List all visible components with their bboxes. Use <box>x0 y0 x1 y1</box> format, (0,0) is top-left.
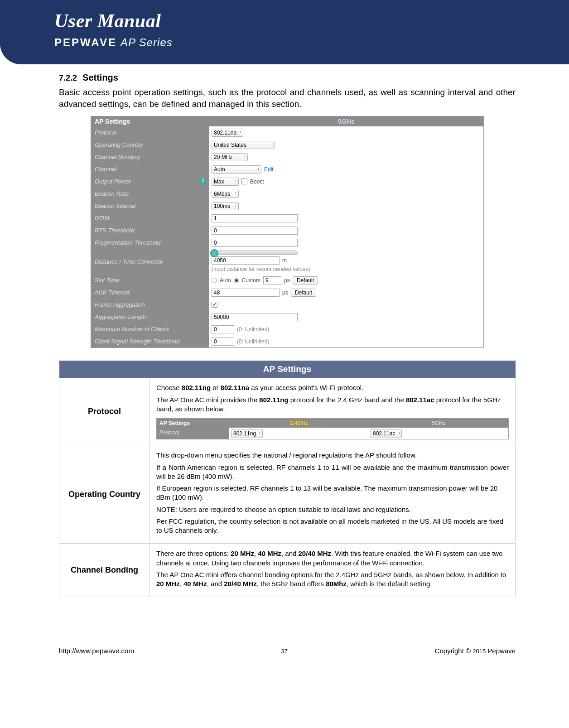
bonding-select[interactable]: 20 MHz <box>212 153 248 161</box>
footer-copyright: Copyright © 2015 Pepwave <box>435 647 516 655</box>
boost-label: Boost <box>250 178 264 185</box>
screenshot-header-band: 5GHz <box>209 116 483 126</box>
section-title: Settings <box>82 72 118 82</box>
distance-slider[interactable] <box>212 251 298 255</box>
page-number: 37 <box>281 648 288 655</box>
row-label-aggregation-length: Aggregation Length <box>91 311 209 323</box>
signal-threshold-hint: (0: Unlimited) <box>237 338 269 345</box>
mini-hdr-24: 2.4GHz <box>229 419 369 428</box>
manual-title: User Manual <box>54 10 569 32</box>
mini-24-select[interactable]: 802.11ng <box>231 429 263 438</box>
operating-country-value: This drop-down menu specifies the nation… <box>150 445 516 544</box>
beacon-interval-select[interactable]: 100ms <box>212 202 239 210</box>
row-label-protocol: Protocol <box>91 126 209 139</box>
channel-select[interactable]: Auto <box>212 165 261 174</box>
channel-edit-link[interactable]: Edit <box>264 166 274 173</box>
max-clients-input[interactable] <box>212 325 234 333</box>
row-label-power: Output Power? <box>91 175 209 188</box>
ack-input[interactable] <box>212 289 280 297</box>
row-label-country: Operating Country <box>91 139 209 151</box>
distance-unit: m <box>282 257 287 264</box>
row-label-aggregation: Frame Aggregation <box>91 299 209 311</box>
brand-line: PEPWAVEAP Series <box>54 36 569 49</box>
protocol-mini-screenshot: AP Settings2.4GHz5GHz Protocol802.11ng80… <box>156 418 509 439</box>
row-label-ack: ACK Timeout <box>91 286 209 299</box>
row-label-dtim: DTIM <box>91 212 209 224</box>
slot-auto-radio[interactable] <box>212 278 217 283</box>
ack-default-button[interactable]: Default <box>291 289 316 297</box>
slot-custom-radio[interactable] <box>234 278 239 283</box>
help-icon[interactable]: ? <box>199 178 206 185</box>
frag-input[interactable] <box>212 239 298 247</box>
protocol-select[interactable]: 802.11na <box>212 129 243 137</box>
signal-threshold-input[interactable] <box>212 337 234 346</box>
mini-row-label: Protocol <box>157 428 229 439</box>
country-select[interactable]: United States <box>212 141 275 149</box>
ap-settings-table: AP Settings Protocol Choose 802.11ng or … <box>59 361 516 597</box>
aggregation-length-input[interactable] <box>212 313 298 321</box>
mini-5-select[interactable]: 802.11ac <box>371 429 402 438</box>
boost-checkbox[interactable] <box>241 178 247 184</box>
operating-country-key: Operating Country <box>59 445 150 544</box>
slot-unit: µs <box>284 277 290 284</box>
channel-bonding-key: Channel Bonding <box>59 544 150 597</box>
row-label-signal-threshold: Client Signal Strength Threshold <box>91 335 209 347</box>
page-footer: http://www.pepwave.com 37 Copyright © 20… <box>0 615 569 668</box>
row-label-channel: Channel <box>91 163 209 175</box>
mini-hdr-left: AP Settings <box>157 419 229 428</box>
row-label-distance: Distance / Time Convertor <box>91 249 209 274</box>
aggregation-checkbox[interactable] <box>212 302 217 308</box>
row-label-beacon-interval: Beacon Interval <box>91 200 209 212</box>
screenshot-header-left: AP Settings <box>91 116 209 126</box>
row-label-bonding: Channel Bonding <box>91 151 209 163</box>
screenshot-header: AP Settings 5GHz <box>91 116 483 126</box>
slot-auto-label: Auto <box>220 277 231 284</box>
row-label-frag: Fragmentation Threshold <box>91 236 209 249</box>
header-bar: User Manual PEPWAVEAP Series <box>0 0 569 64</box>
section-heading: 7.2.2Settings <box>59 72 516 83</box>
protocol-key: Protocol <box>59 378 150 445</box>
row-label-rts: RTS Threshold <box>91 224 209 236</box>
brand-apseries: AP Series <box>121 36 173 48</box>
mini-hdr-5: 5GHz <box>369 419 508 428</box>
row-label-max-clients: Maximum Number of Clients <box>91 323 209 335</box>
brand-pepwave: PEPWAVE <box>54 36 117 48</box>
ack-unit: µs <box>282 289 288 296</box>
slot-default-button[interactable]: Default <box>293 276 318 284</box>
intro-paragraph: Basic access point operation settings, s… <box>59 87 516 110</box>
section-number: 7.2.2 <box>59 73 77 82</box>
protocol-value: Choose 802.11ng or 802.11na as your acce… <box>150 378 516 445</box>
ap-settings-screenshot: AP Settings 5GHz Protocol802.11na Operat… <box>91 116 484 348</box>
distance-hint: (input distance for recommended values) <box>212 266 310 272</box>
channel-bonding-value: There are three options: 20 MHz, 40 MHz,… <box>150 544 516 597</box>
power-select[interactable]: Max <box>212 178 239 186</box>
distance-input[interactable] <box>212 256 280 265</box>
max-clients-hint: (0: Unlimited) <box>237 326 269 333</box>
slot-input[interactable] <box>263 276 281 284</box>
footer-url: http://www.pepwave.com <box>59 647 134 655</box>
row-label-beacon-rate: Beacon Rate <box>91 188 209 200</box>
dtim-input[interactable] <box>212 214 298 222</box>
beacon-rate-select[interactable]: 6Mbps <box>212 190 239 198</box>
desc-table-title: AP Settings <box>59 361 516 378</box>
slot-custom-label: Custom <box>242 277 260 284</box>
row-label-slot: Slot Time <box>91 274 209 286</box>
rts-input[interactable] <box>212 227 298 235</box>
